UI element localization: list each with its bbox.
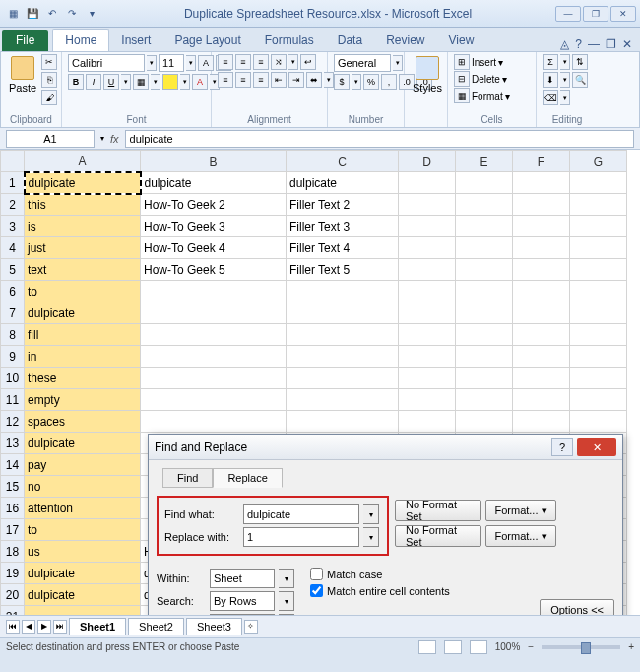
search-combo[interactable]: By Rows — [210, 591, 275, 611]
row-header-15[interactable]: 15 — [1, 476, 25, 498]
cell-C5[interactable]: Filler Text 5 — [287, 259, 399, 281]
cell-D8[interactable] — [399, 324, 456, 346]
cell-A7[interactable]: dulpicate — [25, 302, 141, 324]
search-dd[interactable]: ▾ — [279, 591, 294, 611]
find-select-icon[interactable]: 🔍 — [572, 72, 588, 88]
font-name-dd[interactable]: ▾ — [147, 55, 157, 71]
options-button[interactable]: Options << — [540, 599, 614, 615]
cell-F9[interactable] — [513, 346, 570, 368]
align-center-icon[interactable]: ≡ — [235, 72, 251, 88]
name-box[interactable]: A1 — [6, 130, 95, 148]
cell-D2[interactable] — [399, 194, 456, 216]
align-bottom-icon[interactable]: ≡ — [253, 54, 269, 70]
formula-bar[interactable]: dulpicate — [125, 130, 634, 148]
sheet-tab-3[interactable]: Sheet3 — [186, 618, 242, 635]
styles-button[interactable]: Styles — [411, 54, 444, 96]
numfmt-dd[interactable]: ▾ — [393, 55, 403, 71]
cell-G4[interactable] — [570, 237, 627, 259]
cell-E4[interactable] — [456, 237, 513, 259]
autosum-icon[interactable]: Σ — [543, 54, 558, 70]
cell-G9[interactable] — [570, 346, 627, 368]
align-right-icon[interactable]: ≡ — [253, 72, 269, 88]
cell-B3[interactable]: How-To Geek 3 — [141, 216, 287, 237]
close-button[interactable]: ✕ — [610, 6, 636, 22]
findwhat-dd[interactable]: ▾ — [363, 504, 379, 524]
format-painter-icon[interactable]: 🖌 — [41, 90, 57, 105]
cell-A8[interactable]: fill — [25, 324, 141, 346]
cell-F11[interactable] — [513, 389, 570, 411]
col-header-B[interactable]: B — [141, 151, 287, 172]
row-header-3[interactable]: 3 — [1, 216, 25, 237]
cell-G2[interactable] — [570, 194, 627, 216]
row-header-4[interactable]: 4 — [1, 237, 25, 259]
cell-F2[interactable] — [513, 194, 570, 216]
cell-F8[interactable] — [513, 324, 570, 346]
findwhat-input[interactable]: dulpicate — [243, 504, 359, 524]
merge-icon[interactable]: ⬌ — [306, 72, 322, 88]
row-header-10[interactable]: 10 — [1, 368, 25, 389]
cell-G5[interactable] — [570, 259, 627, 281]
cell-F6[interactable] — [513, 281, 570, 302]
cell-C12[interactable] — [287, 411, 399, 433]
sheet-nav-prev[interactable]: ◀ — [22, 620, 35, 634]
mdi-minimize-icon[interactable]: — — [588, 37, 600, 51]
cell-B5[interactable]: How-To Geek 5 — [141, 259, 287, 281]
row-header-11[interactable]: 11 — [1, 389, 25, 411]
cell-E10[interactable] — [456, 368, 513, 389]
cell-A11[interactable]: empty — [25, 389, 141, 411]
format-replace-button[interactable]: Format... ▾ — [485, 525, 556, 547]
help-icon[interactable]: ? — [575, 37, 582, 51]
sheet-nav-first[interactable]: ⏮ — [6, 620, 20, 634]
view-pagelayout-icon[interactable] — [444, 640, 462, 654]
cell-B10[interactable] — [141, 368, 287, 389]
align-top-icon[interactable]: ≡ — [218, 54, 233, 70]
cell-A17[interactable]: to — [25, 519, 141, 541]
cell-F7[interactable] — [513, 302, 570, 324]
fill-icon[interactable]: ⬇ — [543, 72, 558, 88]
col-header-G[interactable]: G — [570, 151, 627, 172]
cell-D10[interactable] — [399, 368, 456, 389]
font-name-combo[interactable]: Calibri — [68, 54, 145, 72]
cell-C7[interactable] — [287, 302, 399, 324]
row-header-17[interactable]: 17 — [1, 519, 25, 541]
italic-button[interactable]: I — [86, 74, 101, 90]
replacewith-dd[interactable]: ▾ — [363, 527, 379, 547]
row-header-2[interactable]: 2 — [1, 194, 25, 216]
cell-G10[interactable] — [570, 368, 627, 389]
cell-B11[interactable] — [141, 389, 287, 411]
number-format-combo[interactable]: General — [334, 54, 391, 72]
cell-B6[interactable] — [141, 281, 287, 302]
zoom-out-button[interactable]: − — [528, 641, 534, 652]
undo-icon[interactable]: ↶ — [43, 5, 61, 23]
within-combo[interactable]: Sheet — [210, 569, 275, 588]
cell-B9[interactable] — [141, 346, 287, 368]
cell-A16[interactable]: attention — [25, 498, 141, 519]
border-dd[interactable]: ▾ — [151, 74, 160, 90]
cell-C1[interactable]: dulpicate — [287, 172, 399, 194]
row-header-5[interactable]: 5 — [1, 259, 25, 281]
cell-A19[interactable]: dulpicate — [25, 563, 141, 584]
cell-C4[interactable]: Filler Text 4 — [287, 237, 399, 259]
cell-D6[interactable] — [399, 281, 456, 302]
cell-E12[interactable] — [456, 411, 513, 433]
replacewith-input[interactable]: 1 — [243, 527, 359, 547]
row-header-13[interactable]: 13 — [1, 433, 25, 454]
fill-dd2[interactable]: ▾ — [560, 72, 570, 88]
currency-icon[interactable]: $ — [334, 74, 350, 90]
cell-G1[interactable] — [570, 172, 627, 194]
copy-icon[interactable]: ⎘ — [41, 72, 57, 88]
row-header-1[interactable]: 1 — [1, 172, 25, 194]
sheet-nav-last[interactable]: ⏭ — [53, 620, 67, 634]
row-header-21[interactable]: 21 — [1, 606, 25, 616]
indent-increase-icon[interactable]: ⇥ — [288, 72, 304, 88]
dialog-close-button[interactable]: ✕ — [577, 438, 616, 456]
tab-formulas[interactable]: Formulas — [253, 30, 326, 51]
matchentire-checkbox[interactable] — [310, 584, 323, 597]
cell-F5[interactable] — [513, 259, 570, 281]
cell-B7[interactable] — [141, 302, 287, 324]
cell-F1[interactable] — [513, 172, 570, 194]
lookin-combo[interactable]: Formulas — [210, 614, 275, 615]
indent-decrease-icon[interactable]: ⇤ — [271, 72, 287, 88]
cell-G11[interactable] — [570, 389, 627, 411]
cell-A5[interactable]: text — [25, 259, 141, 281]
